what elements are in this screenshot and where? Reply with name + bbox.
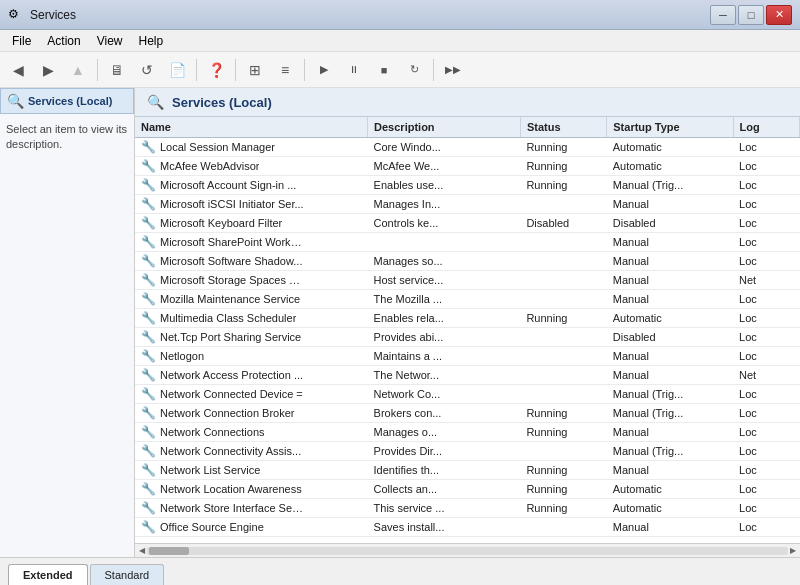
service-icon: 🔧 <box>141 159 156 173</box>
forward-button[interactable]: ▶ <box>34 56 62 84</box>
menu-file[interactable]: File <box>4 32 39 50</box>
table-row[interactable]: 🔧Net.Tcp Port Sharing ServiceProvides ab… <box>135 328 800 347</box>
service-name: Network Connected Device = <box>160 388 303 400</box>
cell-description: Manages so... <box>368 252 521 271</box>
table-row[interactable]: 🔧NetlogonMaintains a ...ManualLoc <box>135 347 800 366</box>
help-button[interactable]: ❓ <box>202 56 230 84</box>
toolbar: ◀ ▶ ▲ 🖥 ↺ 📄 ❓ ⊞ ≡ ▶ ⏸ ■ ↻ ▶▶ <box>0 52 800 88</box>
service-name: Network Connections <box>160 426 265 438</box>
menu-action[interactable]: Action <box>39 32 88 50</box>
tab-standard[interactable]: Standard <box>90 564 165 585</box>
cell-startup-type: Manual (Trig... <box>607 404 733 423</box>
col-header-status[interactable]: Status <box>520 117 606 138</box>
cell-name: 🔧Network Store Interface Ser... <box>135 499 310 517</box>
table-row[interactable]: 🔧Microsoft Software Shadow...Manages so.… <box>135 252 800 271</box>
table-row[interactable]: 🔧Microsoft Account Sign-in ...Enables us… <box>135 176 800 195</box>
table-row[interactable]: 🔧Microsoft Storage Spaces S...Host servi… <box>135 271 800 290</box>
cell-name: 🔧Microsoft SharePoint Works... <box>135 233 310 251</box>
start-service-button[interactable]: ▶ <box>310 56 338 84</box>
restart-service-button[interactable]: ↻ <box>400 56 428 84</box>
col-header-log[interactable]: Log <box>733 117 799 138</box>
cell-description: The Networ... <box>368 366 521 385</box>
menu-help[interactable]: Help <box>131 32 172 50</box>
service-name: Microsoft SharePoint Works... <box>160 236 304 248</box>
title-bar-controls: ─ □ ✕ <box>710 5 792 25</box>
cell-startup-type: Automatic <box>607 499 733 518</box>
scroll-right-arrow[interactable]: ▶ <box>788 546 798 555</box>
service-icon: 🔧 <box>141 197 156 211</box>
cell-name: 🔧Network Access Protection ... <box>135 366 310 384</box>
export-button[interactable]: 📄 <box>163 56 191 84</box>
services-table-container[interactable]: Name Description Status Startup Type Log… <box>135 117 800 543</box>
show-console-button[interactable]: 🖥 <box>103 56 131 84</box>
service-icon: 🔧 <box>141 216 156 230</box>
cell-name: 🔧Microsoft iSCSI Initiator Ser... <box>135 195 310 213</box>
up-button[interactable]: ▲ <box>64 56 92 84</box>
toolbar-separator-1 <box>97 59 98 81</box>
pause-service-button[interactable]: ⏸ <box>340 56 368 84</box>
title-bar: ⚙ Services ─ □ ✕ <box>0 0 800 30</box>
table-row[interactable]: 🔧Network Connected Device =Network Co...… <box>135 385 800 404</box>
cell-status: Running <box>520 499 606 518</box>
cell-startup-type: Automatic <box>607 309 733 328</box>
sidebar-item-services-local[interactable]: 🔍 Services (Local) <box>0 88 134 114</box>
table-row[interactable]: 🔧Network ConnectionsManages o...RunningM… <box>135 423 800 442</box>
maximize-button[interactable]: □ <box>738 5 764 25</box>
table-header-row: Name Description Status Startup Type Log <box>135 117 800 138</box>
horizontal-scrollbar[interactable]: ◀ ▶ <box>135 543 800 557</box>
tab-extended[interactable]: Extended <box>8 564 88 585</box>
table-row[interactable]: 🔧Office Source EngineSaves install...Man… <box>135 518 800 537</box>
service-icon: 🔧 <box>141 349 156 363</box>
table-row[interactable]: 🔧Local Session ManagerCore Windo...Runni… <box>135 138 800 157</box>
cell-name: 🔧Microsoft Storage Spaces S... <box>135 271 310 289</box>
service-icon: 🔧 <box>141 444 156 458</box>
cell-name: 🔧Microsoft Keyboard Filter <box>135 214 310 232</box>
table-row[interactable]: 🔧Microsoft iSCSI Initiator Ser...Manages… <box>135 195 800 214</box>
view-grid-button[interactable]: ⊞ <box>241 56 269 84</box>
app-icon: ⚙ <box>8 7 24 23</box>
col-header-description[interactable]: Description <box>368 117 521 138</box>
cell-name: 🔧McAfee WebAdvisor <box>135 157 310 175</box>
content-header-title: Services (Local) <box>172 95 272 110</box>
table-row[interactable]: 🔧Network Store Interface Ser...This serv… <box>135 499 800 518</box>
scroll-thumb[interactable] <box>149 547 189 555</box>
cell-startup-type: Manual (Trig... <box>607 385 733 404</box>
service-name: Network List Service <box>160 464 260 476</box>
view-list-button[interactable]: ≡ <box>271 56 299 84</box>
more-button[interactable]: ▶▶ <box>439 56 467 84</box>
table-row[interactable]: 🔧Network Connectivity Assis...Provides D… <box>135 442 800 461</box>
service-icon: 🔧 <box>141 482 156 496</box>
col-header-name[interactable]: Name <box>135 117 368 138</box>
table-row[interactable]: 🔧Network Location AwarenessCollects an..… <box>135 480 800 499</box>
table-row[interactable]: 🔧Microsoft SharePoint Works...ManualLoc <box>135 233 800 252</box>
toolbar-separator-3 <box>235 59 236 81</box>
minimize-button[interactable]: ─ <box>710 5 736 25</box>
table-row[interactable]: 🔧Network Access Protection ...The Networ… <box>135 366 800 385</box>
back-button[interactable]: ◀ <box>4 56 32 84</box>
scroll-left-arrow[interactable]: ◀ <box>137 546 147 555</box>
table-row[interactable]: 🔧McAfee WebAdvisorMcAfee We...RunningAut… <box>135 157 800 176</box>
service-icon: 🔧 <box>141 520 156 534</box>
cell-description: Collects an... <box>368 480 521 499</box>
table-row[interactable]: 🔧Multimedia Class SchedulerEnables rela.… <box>135 309 800 328</box>
scroll-track[interactable] <box>147 547 788 555</box>
table-row[interactable]: 🔧Network List ServiceIdentifies th...Run… <box>135 461 800 480</box>
cell-startup-type: Manual <box>607 461 733 480</box>
bottom-tabs: Extended Standard <box>0 557 800 585</box>
stop-service-button[interactable]: ■ <box>370 56 398 84</box>
table-row[interactable]: 🔧Network Connection BrokerBrokers con...… <box>135 404 800 423</box>
menu-view[interactable]: View <box>89 32 131 50</box>
cell-startup-type: Automatic <box>607 480 733 499</box>
cell-log: Net <box>733 271 799 290</box>
table-row[interactable]: 🔧Mozilla Maintenance ServiceThe Mozilla … <box>135 290 800 309</box>
refresh-button[interactable]: ↺ <box>133 56 161 84</box>
col-header-startup-type[interactable]: Startup Type <box>607 117 733 138</box>
service-name: Network Location Awareness <box>160 483 302 495</box>
cell-startup-type: Manual <box>607 233 733 252</box>
cell-description: Core Windo... <box>368 138 521 157</box>
service-name: Office Source Engine <box>160 521 264 533</box>
close-button[interactable]: ✕ <box>766 5 792 25</box>
table-row[interactable]: 🔧Microsoft Keyboard FilterControls ke...… <box>135 214 800 233</box>
cell-log: Loc <box>733 157 799 176</box>
cell-description: Manages o... <box>368 423 521 442</box>
